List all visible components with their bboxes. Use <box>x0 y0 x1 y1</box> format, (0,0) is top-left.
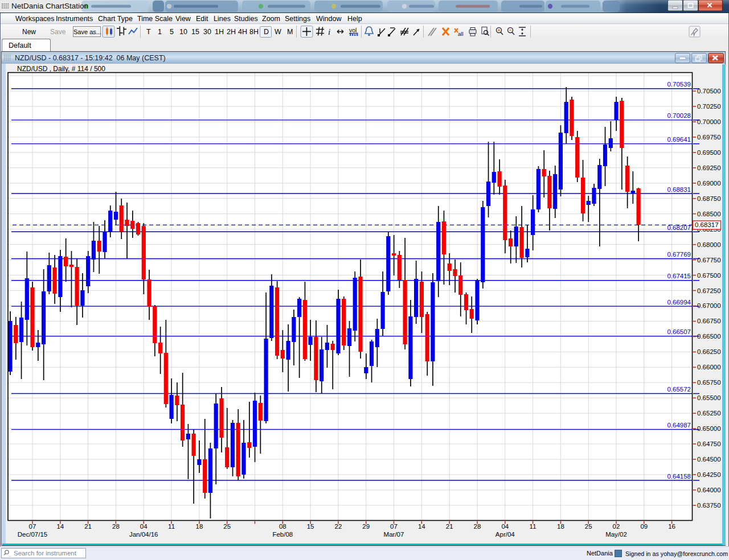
svg-text:0.69500: 0.69500 <box>697 149 721 156</box>
svg-text:25: 25 <box>585 523 592 530</box>
svg-text:Feb/08: Feb/08 <box>272 531 293 538</box>
svg-text:0.65000: 0.65000 <box>697 425 721 432</box>
svg-text:0.70539: 0.70539 <box>667 81 691 88</box>
svg-text:0.69641: 0.69641 <box>667 136 691 143</box>
svg-text:0.65250: 0.65250 <box>697 410 721 417</box>
svg-text:14: 14 <box>56 523 64 530</box>
svg-text:0.68500: 0.68500 <box>697 211 721 217</box>
svg-text:0.69000: 0.69000 <box>697 180 721 187</box>
svg-text:0.65750: 0.65750 <box>697 379 721 386</box>
svg-text:28: 28 <box>474 523 481 530</box>
svg-text:07: 07 <box>390 523 398 530</box>
svg-text:0.64987: 0.64987 <box>667 422 691 429</box>
svg-text:0.66500: 0.66500 <box>697 333 721 340</box>
svg-text:0.68207: 0.68207 <box>667 224 691 231</box>
svg-text:0.66507: 0.66507 <box>667 328 691 335</box>
svg-text:0.68750: 0.68750 <box>697 195 721 202</box>
svg-text:16: 16 <box>668 523 675 530</box>
svg-text:0.64750: 0.64750 <box>697 440 721 447</box>
svg-text:0.63750: 0.63750 <box>697 502 721 509</box>
svg-text:0.68317: 0.68317 <box>695 221 719 228</box>
svg-text:0.64000: 0.64000 <box>697 487 721 493</box>
svg-text:0.67250: 0.67250 <box>697 287 721 294</box>
svg-text:0.65500: 0.65500 <box>697 394 721 401</box>
svg-text:08: 08 <box>279 523 286 530</box>
svg-text:0.70500: 0.70500 <box>697 88 721 94</box>
svg-text:0.69750: 0.69750 <box>697 134 721 141</box>
svg-text:0.66750: 0.66750 <box>697 318 721 324</box>
svg-text:22: 22 <box>335 523 342 530</box>
svg-text:04: 04 <box>501 523 509 530</box>
svg-text:18: 18 <box>196 523 203 530</box>
svg-text:0.68000: 0.68000 <box>697 241 721 248</box>
svg-text:09: 09 <box>640 523 648 530</box>
svg-text:0.67750: 0.67750 <box>697 257 721 263</box>
svg-text:0.67769: 0.67769 <box>667 251 691 258</box>
svg-text:02: 02 <box>613 523 620 530</box>
svg-text:11: 11 <box>168 523 175 530</box>
svg-text:Jan/04/16: Jan/04/16 <box>129 531 158 538</box>
svg-text:0.65572: 0.65572 <box>667 386 691 393</box>
svg-text:May/02: May/02 <box>605 531 627 538</box>
svg-text:21: 21 <box>446 523 453 530</box>
svg-text:...: ... <box>7 553 11 558</box>
svg-text:18: 18 <box>557 523 564 530</box>
svg-text:11: 11 <box>530 523 536 530</box>
svg-text:0.70250: 0.70250 <box>697 103 721 110</box>
svg-text:07: 07 <box>29 523 36 530</box>
svg-text:0.69250: 0.69250 <box>697 164 721 171</box>
svg-text:14: 14 <box>418 523 425 530</box>
svg-text:Mar/07: Mar/07 <box>384 531 404 538</box>
svg-text:0.66994: 0.66994 <box>667 299 691 306</box>
svg-text:04: 04 <box>140 523 148 530</box>
svg-text:0.70000: 0.70000 <box>697 118 721 125</box>
svg-text:0.67000: 0.67000 <box>697 302 721 309</box>
svg-text:0.67500: 0.67500 <box>697 272 721 279</box>
svg-text:21: 21 <box>84 523 92 530</box>
svg-text:0.68831: 0.68831 <box>667 186 691 193</box>
svg-text:29: 29 <box>362 523 370 530</box>
svg-text:28: 28 <box>112 523 120 530</box>
svg-text:0.70028: 0.70028 <box>667 112 691 119</box>
svg-text:0.64158: 0.64158 <box>667 473 691 480</box>
svg-text:15: 15 <box>307 523 314 530</box>
svg-text:0.64250: 0.64250 <box>697 471 721 478</box>
svg-text:Apr/04: Apr/04 <box>495 531 515 538</box>
svg-text:0.64500: 0.64500 <box>697 456 721 463</box>
svg-text:0.66250: 0.66250 <box>697 348 721 355</box>
svg-text:0.66000: 0.66000 <box>697 364 721 370</box>
svg-text:25: 25 <box>223 523 231 530</box>
svg-text:0.67415: 0.67415 <box>667 273 691 279</box>
